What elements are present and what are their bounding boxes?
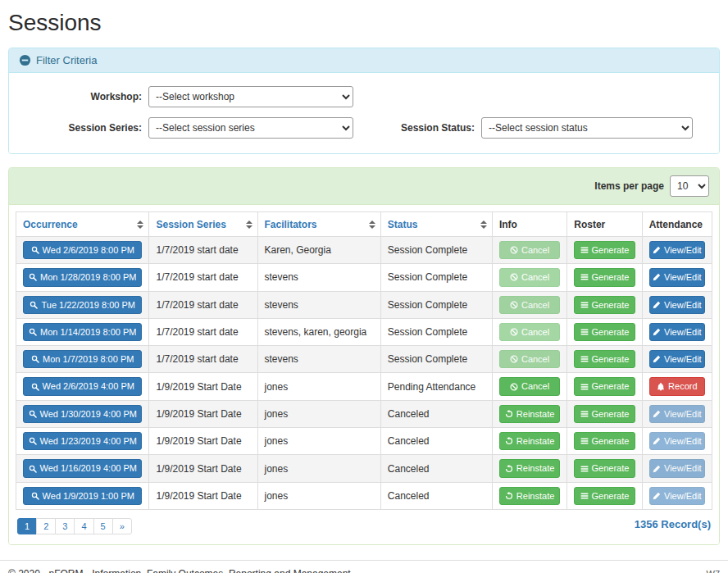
pagination-page-4[interactable]: 4 (74, 518, 93, 534)
attendance-action-button[interactable]: View/Edit (649, 323, 705, 341)
sort-icon[interactable] (369, 221, 375, 229)
search-icon (29, 328, 37, 336)
pagination-page-5[interactable]: 5 (93, 518, 113, 534)
pagination-next-button[interactable]: » (112, 518, 132, 534)
occurrence-cell: Mon 1/14/2019 8:00 PM (16, 318, 149, 345)
session-series-select[interactable]: --Select session series (148, 117, 353, 139)
list-icon (580, 383, 589, 391)
undo-icon (505, 437, 513, 445)
sort-icon[interactable] (137, 221, 143, 229)
attendance-action-button[interactable]: View/Edit (649, 268, 705, 286)
occurrence-button[interactable]: Wed 2/6/2019 4:00 PM (23, 377, 142, 395)
roster-action-button[interactable]: Generate (574, 432, 635, 450)
info-cell: Reinstate (492, 482, 566, 509)
roster-action-button[interactable]: Generate (574, 377, 635, 395)
attendance-action-button[interactable]: Record (649, 377, 705, 395)
attendance-cell: View/Edit (642, 346, 712, 373)
items-per-page-select[interactable]: 10 (670, 175, 709, 197)
button-label: View/Edit (664, 353, 702, 365)
session-series-row: Session Series: --Select session series … (17, 117, 711, 139)
footer-copyright: © 2020 - nFORM - Information, Family Out… (8, 568, 351, 573)
roster-cell: Generate (567, 237, 642, 264)
pagination-page-3[interactable]: 3 (55, 518, 75, 534)
button-label: Cancel (521, 271, 549, 283)
roster-action-button[interactable]: Generate (574, 459, 635, 477)
facilitators-cell: stevens (257, 346, 380, 373)
session-status-select[interactable]: --Select session status (481, 117, 693, 139)
sort-icon[interactable] (480, 221, 487, 229)
button-label: Record (668, 380, 697, 392)
info-action-button: Cancel (499, 241, 560, 259)
info-cell: Reinstate (492, 455, 566, 482)
workshop-select[interactable]: --Select workshop (148, 86, 353, 107)
session-series-label: Session Series: (17, 122, 148, 134)
occurrence-cell: Wed 1/30/2019 4:00 PM (16, 400, 149, 427)
attendance-action-button: View/Edit (649, 487, 705, 505)
column-header-status[interactable]: Status (380, 212, 492, 237)
attendance-action-button[interactable]: View/Edit (649, 296, 705, 314)
occurrence-cell: Wed 1/23/2019 4:00 PM (16, 428, 149, 455)
column-label: Roster (574, 219, 605, 230)
sort-icon[interactable] (246, 221, 253, 229)
info-action-button[interactable]: Reinstate (499, 405, 560, 423)
button-label: Generate (592, 490, 630, 502)
occurrence-button[interactable]: Wed 1/23/2019 4:00 PM (23, 432, 142, 450)
roster-action-button[interactable]: Generate (574, 487, 635, 505)
session-row: Mon 1/28/2019 8:00 PM1/7/2019 start date… (16, 264, 712, 291)
button-label: Wed 1/30/2019 4:00 PM (40, 408, 137, 420)
status-cell: Pending Attendance (380, 373, 492, 400)
occurrence-button[interactable]: Mon 1/28/2019 8:00 PM (23, 268, 142, 286)
info-action-button[interactable]: Cancel (499, 377, 560, 395)
list-icon (580, 492, 589, 500)
column-header-session-series[interactable]: Session Series (149, 212, 257, 237)
table-panel-body: OccurrenceSession SeriesFacilitatorsStat… (9, 205, 719, 544)
column-header-info: Info (492, 212, 566, 237)
info-action-button[interactable]: Reinstate (499, 487, 560, 505)
occurrence-button[interactable]: Mon 1/7/2019 8:00 PM (23, 350, 142, 368)
list-icon (580, 437, 589, 445)
roster-action-button[interactable]: Generate (574, 405, 635, 423)
ban-icon (510, 301, 518, 309)
roster-action-button[interactable]: Generate (574, 268, 635, 286)
column-header-facilitators[interactable]: Facilitators (257, 212, 380, 237)
button-label: View/Edit (664, 435, 702, 447)
info-action-button[interactable]: Reinstate (499, 432, 560, 450)
filter-criteria-header[interactable]: Filter Criteria (9, 48, 719, 73)
attendance-action-button[interactable]: View/Edit (649, 241, 705, 259)
session-row: Wed 1/9/2019 1:00 PM1/9/2019 Start Datej… (16, 482, 712, 509)
roster-action-button[interactable]: Generate (574, 323, 635, 341)
session-series-cell: 1/9/2019 Start Date (149, 373, 257, 400)
occurrence-button[interactable]: Wed 1/9/2019 1:00 PM (23, 487, 142, 505)
attendance-action-button[interactable]: View/Edit (649, 350, 705, 368)
occurrence-button[interactable]: Wed 2/6/2019 8:00 PM (23, 241, 142, 259)
occurrence-button[interactable]: Tue 1/22/2019 8:00 PM (23, 296, 142, 314)
occurrence-button[interactable]: Wed 1/30/2019 4:00 PM (23, 405, 142, 423)
attendance-cell: View/Edit (642, 428, 712, 455)
filter-criteria-panel: Filter Criteria Workshop: --Select works… (8, 48, 720, 154)
roster-action-button[interactable]: Generate (574, 350, 635, 368)
roster-action-button[interactable]: Generate (574, 296, 635, 314)
button-label: Generate (592, 408, 630, 420)
info-cell: Cancel (492, 318, 566, 345)
attendance-action-button: View/Edit (649, 432, 705, 450)
occurrence-button[interactable]: Mon 1/14/2019 8:00 PM (23, 323, 142, 341)
info-cell: Reinstate (492, 400, 566, 427)
collapse-minus-icon[interactable] (19, 54, 31, 66)
status-cell: Session Complete (380, 346, 492, 373)
info-action-button[interactable]: Reinstate (499, 459, 560, 477)
roster-cell: Generate (567, 482, 642, 509)
info-cell: Cancel (492, 237, 566, 264)
pencil-icon (653, 246, 661, 254)
button-label: View/Edit (664, 408, 702, 420)
roster-action-button[interactable]: Generate (574, 241, 635, 259)
session-row: Wed 1/16/2019 4:00 PM1/9/2019 Start Date… (16, 455, 712, 482)
occurrence-button[interactable]: Wed 1/16/2019 4:00 PM (23, 459, 142, 477)
facilitators-cell: jones (257, 428, 380, 455)
info-cell: Reinstate (492, 428, 566, 455)
button-label: Wed 1/23/2019 4:00 PM (40, 435, 137, 447)
pagination-page-2[interactable]: 2 (36, 518, 56, 534)
pagination-page-1[interactable]: 1 (17, 518, 37, 534)
column-header-occurrence[interactable]: Occurrence (16, 212, 149, 237)
info-action-button: Cancel (499, 350, 560, 368)
attendance-action-button: View/Edit (649, 405, 705, 423)
